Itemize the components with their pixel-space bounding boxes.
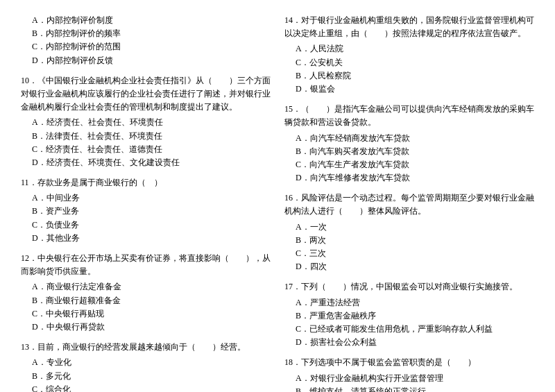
q12-option-d: D．中央银行再贷款: [21, 321, 271, 334]
question-12-text: 12．中央银行在公开市场上买卖有价证券，将直接影响（ ），从而影响货币供应量。: [21, 252, 271, 278]
question-internal-control-options: A．内部控制评价制度 B．内部控制评价的频率 C．内部控制评价的范围 D．内部控…: [21, 14, 271, 67]
option-label: D．: [296, 173, 310, 182]
option-label: D．: [296, 337, 310, 347]
q13-option-c: C．综合化: [21, 383, 271, 392]
q16-option-d: D．四次: [284, 260, 534, 273]
q10-option-d: D．经济责任、环境责任、文化建设责任: [21, 156, 271, 169]
option-label: A．: [32, 15, 46, 25]
option-label: D．: [32, 322, 46, 332]
q18-option-a: A．对银行业金融机构实行开业监督管理: [284, 372, 534, 385]
left-column: A．内部控制评价制度 B．内部控制评价的频率 C．内部控制评价的范围 D．内部控…: [21, 14, 271, 392]
question-14: 14．对于银行业金融机构重组失败的，国务院银行业监督管理机构可以决定终止重组，由…: [284, 14, 534, 96]
q15-option-c: C．向汽车生产者发放汽车贷款: [284, 158, 534, 171]
option-label: B．: [32, 371, 46, 381]
question-10-text: 10．《中国银行业金融机构企业社会责任指引》从（ ）三个方面对银行业金融机构应该…: [21, 74, 271, 114]
q11-option-c: C．负债业务: [21, 219, 271, 232]
q17-option-b: B．严重危害金融秩序: [284, 309, 534, 323]
q11-option-a: A．中间业务: [21, 191, 271, 205]
q15-option-a: A．向汽车经销商发放汽车贷款: [284, 132, 534, 145]
option-label: B．: [296, 235, 309, 245]
q17-option-d: D．损害社会公众利益: [284, 336, 534, 349]
q14-option-b: B．人民检察院: [284, 69, 534, 83]
q14-option-c: C．公安机关: [284, 56, 534, 69]
q15-option-d: D．向汽车维修者发放汽车贷款: [284, 171, 534, 185]
option-label: A．: [296, 298, 310, 307]
option-label: C．: [32, 144, 46, 154]
option-label: A．: [32, 117, 46, 127]
option-label: D．: [32, 157, 46, 167]
option-label: C．: [296, 160, 309, 169]
q16-option-a: A．一次: [284, 221, 534, 234]
option-label: C．: [296, 58, 309, 67]
option-label: C．: [32, 309, 46, 318]
question-15-text: 15．（ ）是指汽车金融公司可以提供向汽车经销商发放的采购车辆贷款和营运设备贷款…: [284, 103, 534, 129]
option-label: C．: [296, 324, 309, 334]
question-16-text: 16．风险评估是一个动态过程。每个监管周期期至少要对银行业金融机构法人进行（ ）…: [284, 191, 534, 218]
option-label: A．: [32, 193, 46, 203]
option-label: C．: [32, 384, 46, 392]
question-15: 15．（ ）是指汽车金融公司可以提供向汽车经销商发放的采购车辆贷款和营运设备贷款…: [284, 103, 534, 185]
question-14-text: 14．对于银行业金融机构重组失败的，国务院银行业监督管理机构可以决定终止重组，由…: [284, 14, 534, 40]
option-label: B．: [296, 386, 309, 392]
option-label: B．: [32, 131, 46, 141]
option-label: A．: [296, 373, 310, 383]
question-16: 16．风险评估是一个动态过程。每个监管周期期至少要对银行业金融机构法人进行（ ）…: [284, 191, 534, 273]
q10-option-c: C．经济责任、社会责任、道德责任: [21, 143, 271, 156]
option-a: A．内部控制评价制度: [21, 14, 271, 27]
question-17: 17．下列（ ）情况，中国银监会可以对商业银行实施接管。 A．严重违法经营 B．…: [284, 280, 534, 349]
option-b: B．内部控制评价的频率: [21, 27, 271, 40]
q12-option-c: C．中央银行再贴现: [21, 307, 271, 321]
option-label: D．: [32, 233, 46, 243]
option-label: D．: [32, 56, 46, 65]
two-column-layout: A．内部控制评价制度 B．内部控制评价的频率 C．内部控制评价的范围 D．内部控…: [21, 14, 534, 392]
question-18: 18．下列选项中不属于银监会监管职责的是（ ） A．对银行业金融机构实行开业监督…: [284, 356, 534, 392]
option-label: D．: [296, 262, 310, 271]
option-c: C．内部控制评价的范围: [21, 40, 271, 53]
q16-option-c: C．三次: [284, 247, 534, 260]
option-label: A．: [296, 222, 310, 232]
option-label: C．: [296, 248, 309, 258]
option-label: D．: [296, 84, 310, 94]
question-17-text: 17．下列（ ）情况，中国银监会可以对商业银行实施接管。: [284, 280, 534, 293]
q14-option-a: A．人民法院: [284, 42, 534, 56]
question-18-text: 18．下列选项中不属于银监会监管职责的是（ ）: [284, 356, 534, 369]
question-13-text: 13．目前，商业银行的经营发展越来越倾向于（ ）经营。: [21, 341, 271, 354]
q10-option-a: A．经济责任、社会责任、环境责任: [21, 116, 271, 129]
q14-option-d: D．银监会: [284, 83, 534, 96]
option-label: B．: [296, 146, 309, 156]
option-label: C．: [32, 42, 46, 51]
option-label: B．: [32, 28, 46, 38]
option-label: A．: [296, 44, 310, 53]
q17-option-c: C．已经或者可能发生信用危机，严重影响存款人利益: [284, 323, 534, 336]
question-11-text: 11．存款业务是属于商业银行的（ ）: [21, 176, 271, 189]
option-label: B．: [32, 296, 46, 305]
q16-option-b: B．两次: [284, 234, 534, 247]
q11-option-d: D．其他业务: [21, 232, 271, 245]
option-label: A．: [296, 133, 310, 143]
q13-option-a: A．专业化: [21, 356, 271, 369]
right-column: 14．对于银行业金融机构重组失败的，国务院银行业监督管理机构可以决定终止重组，由…: [284, 14, 534, 392]
q12-option-a: A．商业银行法定准备金: [21, 280, 271, 293]
page: A．内部控制评价制度 B．内部控制评价的频率 C．内部控制评价的范围 D．内部控…: [21, 14, 534, 392]
option-label: C．: [32, 220, 46, 230]
q18-option-b: B．维护支付、清算系统的正常运行: [284, 385, 534, 392]
question-10: 10．《中国银行业金融机构企业社会责任指引》从（ ）三个方面对银行业金融机构应该…: [21, 74, 271, 169]
q17-option-a: A．严重违法经营: [284, 296, 534, 309]
q12-option-b: B．商业银行超额准备金: [21, 294, 271, 307]
q11-option-b: B．资产业务: [21, 205, 271, 218]
option-label: B．: [32, 206, 46, 216]
option-label: A．: [32, 357, 46, 367]
option-label: B．: [296, 311, 309, 321]
question-13: 13．目前，商业银行的经营发展越来越倾向于（ ）经营。 A．专业化 B．多元化 …: [21, 341, 271, 392]
option-label: B．: [296, 71, 309, 80]
option-label: A．: [32, 282, 46, 291]
question-11: 11．存款业务是属于商业银行的（ ） A．中间业务 B．资产业务 C．负债业务 …: [21, 176, 271, 245]
option-d: D．内部控制评价反馈: [21, 54, 271, 67]
q10-option-b: B．法律责任、社会责任、环境责任: [21, 130, 271, 143]
question-12: 12．中央银行在公开市场上买卖有价证券，将直接影响（ ），从而影响货币供应量。 …: [21, 252, 271, 334]
q15-option-b: B．向汽车购买者发放汽车贷款: [284, 145, 534, 158]
q13-option-b: B．多元化: [21, 370, 271, 383]
